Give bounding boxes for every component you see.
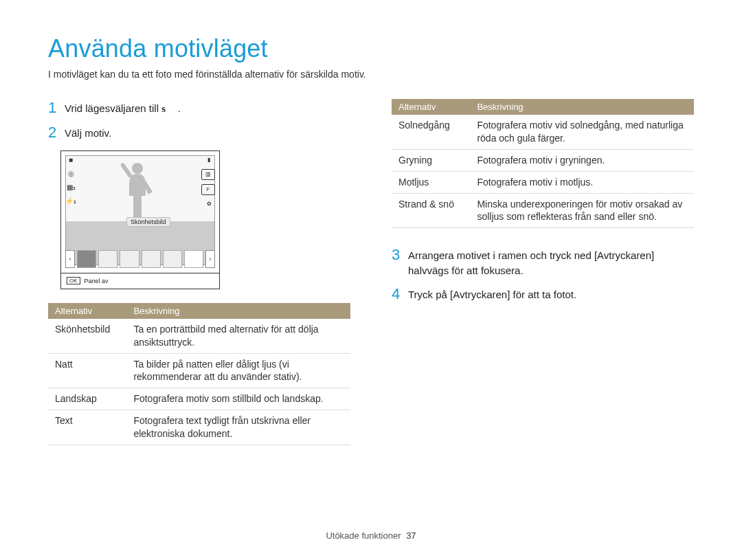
step-text: Välj motiv. [65,124,111,141]
thumb[interactable] [142,250,161,268]
icon-metering: ◎ [65,169,76,179]
cell-description: Fotografera motiv som stillbild och land… [126,388,350,410]
step-number: 4 [392,285,408,303]
svg-point-0 [132,163,143,174]
thumb[interactable] [77,250,96,268]
quality-icon: F [201,184,215,195]
icon-count: ▮ [203,155,215,165]
person-silhouette-icon [121,161,154,223]
preview-right-icons: ▮ ▥ F ✿ [201,155,215,209]
step1-text-b: . [178,102,181,114]
next-arrow-icon[interactable]: › [205,250,215,268]
step-2: 2 Välj motiv. [48,124,350,142]
step-text: Tryck på [Avtryckaren] för att ta fotot. [408,285,576,302]
cell-description: Ta bilder på natten eller dåligt ljus (v… [126,353,350,388]
table-row: Motljus Fotografera motiv i motljus. [392,171,694,193]
prev-arrow-icon[interactable]: ‹ [65,250,75,268]
table-row: Gryning Fotografera motiv i gryningen. [392,149,694,171]
thumbnail-strip: ‹ › [65,250,215,268]
page: Använda motivläget I motivläget kan du t… [0,0,742,560]
table-row: Strand & snö Minska underexponeringen fö… [392,193,694,228]
options-table-right: Alternativ Beskrivning Solnedgång Fotogr… [392,99,694,228]
cell-option: Solnedgång [392,115,470,149]
cell-option: Text [48,410,126,445]
cell-description: Fotografera motiv vid solnedgång, med na… [470,115,694,149]
cell-option: Natt [48,353,126,388]
preview-scene [65,155,215,265]
content-columns: 1 Vrid lägesväljaren till s . 2 Välj mot… [48,99,694,445]
step-number: 1 [48,99,65,117]
table-row: Text Fotografera text tydligt från utskr… [48,410,350,445]
step-text: Arrangera motivet i ramen och tryck ned … [408,246,694,278]
options-table-left: Alternativ Beskrivning Skönhetsbild Ta e… [48,303,350,445]
thumb[interactable] [120,250,139,268]
step-3: 3 Arrangera motivet i ramen och tryck ne… [392,246,694,278]
cell-option: Strand & snö [392,193,470,228]
panel-off-label: Panel av [85,278,109,284]
cell-option: Gryning [392,149,470,171]
cell-description: Fotografera motiv i motljus. [470,171,694,193]
step1-text-a: Vrid lägesväljaren till [65,102,161,114]
step-number: 3 [392,246,408,264]
icon-mode: ■ [65,155,76,165]
th-description: Beskrivning [126,303,350,319]
th-description: Beskrivning [470,99,694,115]
cell-description: Ta en porträttbild med alternativ för at… [126,319,350,353]
scene-label-bubble: Skönhetsbild [126,217,170,227]
page-title: Använda motivläget [48,34,694,63]
th-option: Alternativ [48,303,126,319]
thumb[interactable] [163,250,182,268]
footer-label: Utökade funktioner [326,530,401,541]
footer: Utökade funktioner 37 [0,530,742,541]
step-1: 1 Vrid lägesväljaren till s . [48,99,350,117]
thumb-active[interactable] [184,250,203,268]
battery-icon: ▥ [201,169,215,180]
ok-button-icon: OK [67,277,80,284]
cell-description: Fotografera text tydligt från utskrivna … [126,410,350,445]
page-number: 37 [406,530,416,541]
cell-option: Landskap [48,388,126,410]
cell-option: Skönhetsbild [48,319,126,353]
left-column: 1 Vrid lägesväljaren till s . 2 Välj mot… [48,99,350,445]
right-column: Alternativ Beskrivning Solnedgång Fotogr… [392,99,694,445]
camera-preview: ■ ◎ ▦₂ ⚡₂ ▮ ▥ F ✿ Skönhetsbild ‹ [60,150,220,289]
step-text: Vrid lägesväljaren till s . [65,99,181,117]
flower-icon: ✿ [203,199,215,209]
table-row: Solnedgång Fotografera motiv vid solnedg… [392,115,694,149]
table-row: Natt Ta bilder på natten eller dåligt lj… [48,353,350,388]
icon-flash: ⚡₂ [65,197,76,206]
thumb[interactable] [98,250,117,268]
cell-option: Motljus [392,171,470,193]
page-subtitle: I motivläget kan du ta ett foto med föri… [48,69,694,80]
icon-size: ▦₂ [65,183,76,192]
mode-dial-icon: s [161,103,166,114]
table-row: Skönhetsbild Ta en porträttbild med alte… [48,319,350,353]
step-4: 4 Tryck på [Avtryckaren] för att ta foto… [392,285,694,303]
cell-description: Fotografera motiv i gryningen. [470,149,694,171]
ok-bar: OK Panel av [61,273,219,289]
table-row: Landskap Fotografera motiv som stillbild… [48,388,350,410]
step-number: 2 [48,124,65,142]
cell-description: Minska underexponeringen för motiv orsak… [470,193,694,228]
preview-left-icons: ■ ◎ ▦₂ ⚡₂ [65,155,76,206]
th-option: Alternativ [392,99,470,115]
